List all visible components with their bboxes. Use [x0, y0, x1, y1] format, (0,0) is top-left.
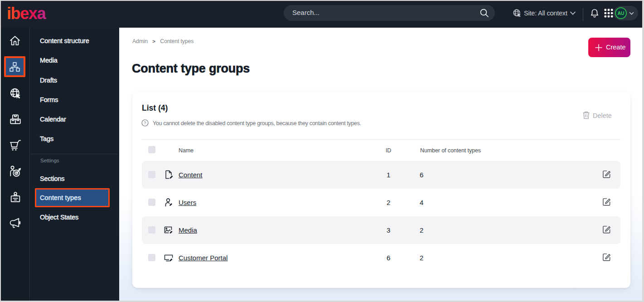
svg-text:ibexa: ibexa [7, 5, 46, 22]
svg-text:?: ? [144, 120, 146, 125]
